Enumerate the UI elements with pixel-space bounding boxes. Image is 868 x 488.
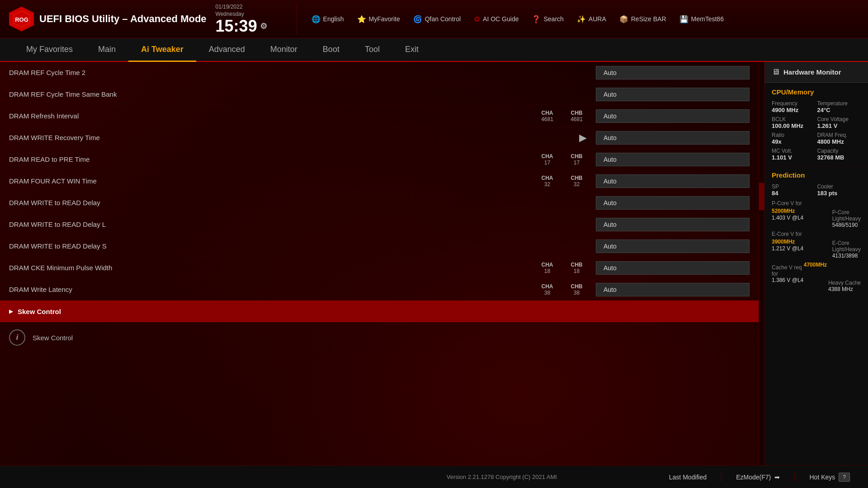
memtest-icon: 💾 [679,15,689,23]
hotkey-badge: ? [839,473,850,482]
hot-keys-button[interactable]: Hot Keys ? [805,471,855,483]
value-dropdown[interactable]: Auto [596,131,750,145]
nav-exit[interactable]: Exit [392,38,431,62]
value-dropdown[interactable]: Auto [596,283,750,296]
toolbar-resizebar[interactable]: 📦 ReSize BAR [614,12,672,26]
capacity-stat: Capacity 32768 MB [817,148,861,161]
setting-name: DRAM WRITE to READ Delay S [9,242,596,250]
ez-mode-icon: ➡ [774,474,780,481]
footer-divider-1: | [720,472,722,482]
table-row: DRAM Write Latency CHA 38 CHB 38 Auto [0,279,759,300]
cpu-memory-section: CPU/Memory Frequency 4900 MHz Temperatur… [764,83,868,167]
scrollbar-thumb[interactable] [759,183,764,210]
ratio-stat: Ratio 49x [772,132,816,145]
table-row: DRAM REF Cycle Time 2 Auto [0,62,759,84]
channel-info: CHA 32 CHB 32 [537,175,587,188]
toolbar-search[interactable]: ❓ Search [526,12,569,26]
setting-name: DRAM FOUR ACT WIN Time [9,177,537,185]
toolbar-myfavorite[interactable]: ⭐ MyFavorite [352,12,406,26]
ez-mode-button[interactable]: EzMode(F7) ➡ [731,472,784,483]
setting-name: DRAM Refresh Interval [9,112,537,120]
table-row: DRAM Refresh Interval CHA 4681 CHB 4681 … [0,105,759,127]
settings-panel: DRAM REF Cycle Time 2 Auto DRAM REF Cycl… [0,62,759,465]
prediction-grid: SP 84 Cooler 183 pts [772,183,861,197]
hardware-monitor-panel: 🖥 Hardware Monitor CPU/Memory Frequency … [764,62,868,465]
table-row: DRAM REF Cycle Time Same Bank Auto [0,84,759,105]
globe-icon: 🌐 [311,15,321,23]
value-dropdown[interactable]: Auto [596,218,750,231]
value-dropdown[interactable]: Auto [596,196,750,210]
pcore-section: P-Core V for 5200MHz 1.403 V @L4 P-Core … [772,200,861,228]
nav-boot[interactable]: Boot [310,38,352,62]
panel-title-text: Hardware Monitor [783,68,841,76]
channel-info: CHA 4681 CHB 4681 [537,110,587,122]
star-icon: ⭐ [357,15,366,23]
channel-chb: CHB 32 [566,175,587,188]
frequency-label: Frequency 4900 MHz [772,100,816,113]
setting-name: DRAM WRITE to READ Delay [9,199,596,206]
section-title: Skew Control [18,308,61,315]
temperature-stat: Temperature 24°C [817,100,861,113]
value-dropdown[interactable]: Auto [596,174,750,188]
toolbar-aura[interactable]: ✨ AURA [571,12,612,26]
svg-text:ROG: ROG [15,16,28,23]
toolbar-qfan[interactable]: 🌀 Qfan Control [408,12,466,26]
toolbar: 🌐 English ⭐ MyFavorite 🌀 Qfan Control ⚙ … [306,12,859,26]
channel-cha: CHA 38 [537,283,557,296]
datetime-area: 01/19/2022 Wednesday 15:39 ⚙ [216,4,297,34]
scrollbar-track[interactable] [759,62,764,465]
setting-name: DRAM REF Cycle Time Same Bank [9,90,596,98]
core-voltage-stat: Core Voltage 1.261 V [817,116,861,129]
settings-icon[interactable]: ⚙ [260,22,267,30]
info-icon: i [9,329,25,346]
version-text: Version 2.21.1278 Copyright (C) 2021 AMI [339,474,665,480]
table-row: DRAM CKE Minimum Pulse Width CHA 18 CHB … [0,257,759,279]
nav-aitweaker[interactable]: Ai Tweaker [128,38,196,62]
info-text: Skew Control [33,334,73,342]
setting-name: DRAM WRITE to READ Delay L [9,221,596,228]
channel-cha: CHA 17 [537,153,557,166]
channel-cha: CHA 32 [537,175,557,188]
setting-name: DRAM WRITE Recovery Time [9,134,579,141]
setting-name: DRAM READ to PRE Time [9,155,537,163]
sp-stat: SP 84 [772,183,816,197]
main-content: DRAM REF Cycle Time 2 Auto DRAM REF Cycl… [0,62,868,465]
nav-bar: My Favorites Main Ai Tweaker Advanced Mo… [0,38,868,62]
value-dropdown[interactable]: Auto [596,239,750,253]
table-row: DRAM FOUR ACT WIN Time CHA 32 CHB 32 Aut… [0,170,759,192]
toolbar-aioc[interactable]: ⚙ AI OC Guide [468,12,524,26]
channel-chb: CHB 38 [566,283,587,296]
section-header-skew[interactable]: ▶ Skew Control [0,300,759,322]
toolbar-english[interactable]: 🌐 English [306,12,349,26]
value-dropdown[interactable]: Auto [596,88,750,101]
date-display: 01/19/2022 Wednesday [216,4,244,18]
channel-chb: CHB 18 [566,262,587,274]
rog-logo-icon: ROG [9,7,34,32]
setting-name: DRAM Write Latency [9,286,537,293]
channel-chb: CHB 4681 [566,110,587,122]
app-title: UEFI BIOS Utility – Advanced Mode [39,13,207,25]
value-dropdown[interactable]: Auto [596,153,750,166]
info-row: i Skew Control [0,322,759,353]
last-modified-button[interactable]: Last Modified [665,472,711,483]
nav-advanced[interactable]: Advanced [196,38,258,62]
footer: Version 2.21.1278 Copyright (C) 2021 AMI… [0,465,868,488]
nav-favorites[interactable]: My Favorites [14,38,85,62]
monitor-icon: 🖥 [772,67,780,77]
value-dropdown[interactable]: Auto [596,261,750,275]
footer-actions: Last Modified | EzMode(F7) ➡ | Hot Keys … [665,471,854,483]
dram-freq-stat: DRAM Freq. 4800 MHz [817,132,861,145]
toolbar-memtest[interactable]: 💾 MemTest86 [674,12,729,26]
ecore-section: E-Core V for 3900MHz 1.212 V @L4 E-Core … [772,231,861,259]
cooler-stat: Cooler 183 pts [817,183,861,197]
channel-chb: CHB 17 [566,153,587,166]
table-row: DRAM WRITE to READ Delay L Auto [0,214,759,235]
nav-main[interactable]: Main [85,38,128,62]
fan-icon: 🌀 [413,15,422,23]
value-dropdown[interactable]: Auto [596,109,750,123]
footer-divider-2: | [793,472,796,482]
nav-monitor[interactable]: Monitor [258,38,310,62]
nav-tool[interactable]: Tool [352,38,392,62]
value-dropdown[interactable]: Auto [596,66,750,80]
cursor-indicator: ▶ [579,132,587,144]
